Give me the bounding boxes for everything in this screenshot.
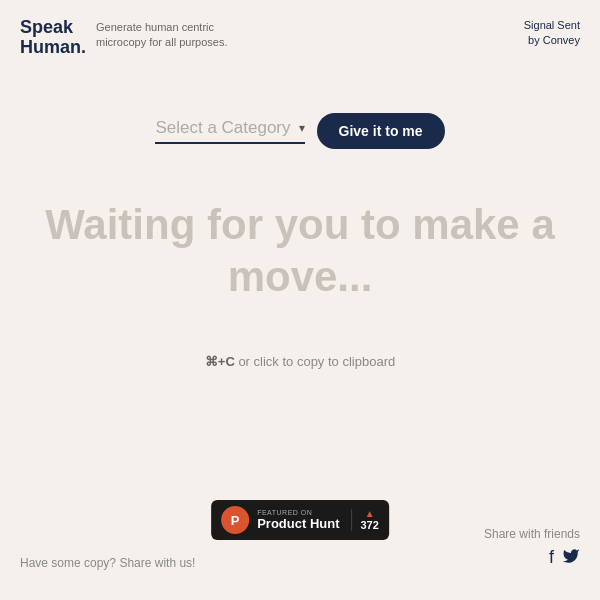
share-right-label: Share with friends: [484, 527, 580, 541]
logo-line1: Speak: [20, 17, 73, 37]
social-icons: f: [549, 547, 580, 570]
logo-area: Speak Human. Generate human centric micr…: [20, 18, 227, 58]
copy-hint-text: or click to copy to clipboard: [235, 354, 395, 369]
chevron-down-icon: ▾: [299, 121, 305, 135]
logo-tagline: Generate human centric microcopy for all…: [96, 20, 227, 51]
selector-row: Select a Category ▾ Give it to me: [155, 113, 444, 149]
share-left-text: Have some copy? Share with us!: [20, 556, 195, 570]
copy-hint[interactable]: ⌘+C or click to copy to clipboard: [205, 354, 395, 369]
logo: Speak Human.: [20, 18, 86, 58]
ph-arrow-icon: ▲: [365, 509, 375, 519]
signal-text: Signal Sent by Convey: [524, 18, 580, 49]
share-right: Share with friends f: [484, 527, 580, 570]
waiting-text: Waiting for you to make a move...: [15, 199, 585, 304]
footer: Have some copy? Share with us! Share wit…: [0, 527, 600, 570]
twitter-icon[interactable]: [562, 547, 580, 570]
header: Speak Human. Generate human centric micr…: [0, 0, 600, 58]
main-content: Select a Category ▾ Give it to me Waitin…: [0, 58, 600, 369]
give-it-to-me-button[interactable]: Give it to me: [317, 113, 445, 149]
category-placeholder: Select a Category: [155, 118, 290, 138]
keyboard-shortcut: ⌘+C: [205, 354, 235, 369]
logo-line2: Human.: [20, 37, 86, 57]
category-select[interactable]: Select a Category ▾: [155, 118, 304, 144]
logo-text: Speak Human.: [20, 18, 86, 58]
facebook-icon[interactable]: f: [549, 547, 554, 570]
ph-featured-label: FEATURED ON: [257, 509, 339, 516]
